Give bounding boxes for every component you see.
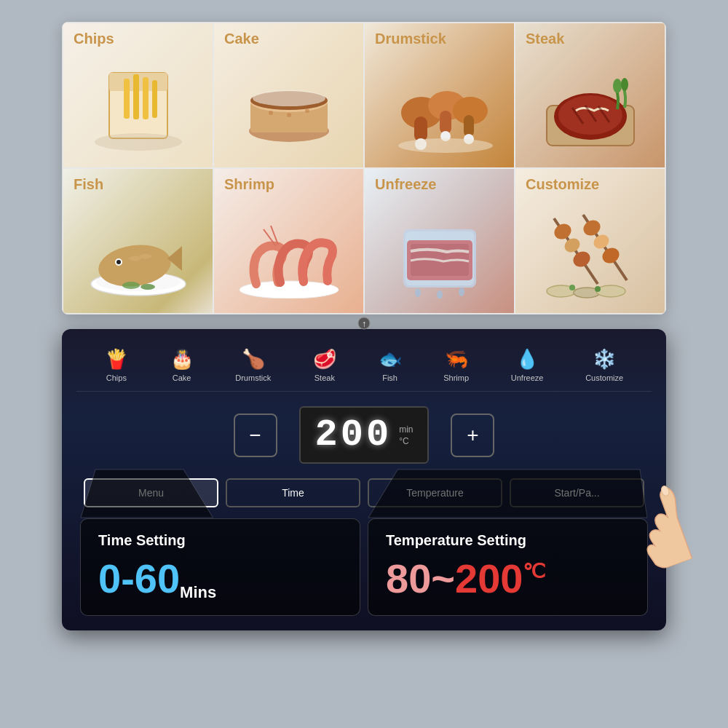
svg-point-12 — [269, 111, 273, 115]
svg-point-24 — [398, 138, 493, 153]
svg-point-53 — [561, 236, 582, 256]
svg-rect-16 — [414, 116, 427, 142]
food-label-steak: Steak — [526, 31, 564, 47]
food-item-customize[interactable]: Customize — [515, 168, 665, 314]
svg-point-27 — [558, 95, 622, 135]
food-label-fish: Fish — [74, 176, 103, 193]
mode-drumstick[interactable]: 🍗 Drumstick — [235, 348, 271, 382]
shrimp-mode-label: Shrimp — [443, 373, 469, 382]
svg-rect-19 — [440, 111, 451, 134]
temperature-setting-value: 80~200℃ — [386, 555, 630, 602]
svg-point-49 — [437, 290, 443, 298]
temperature-setting-title: Temperature Setting — [386, 532, 630, 549]
unit-temp: °C — [399, 436, 413, 446]
svg-point-39 — [141, 284, 155, 290]
food-grid-panel: Chips Cake — [62, 22, 666, 314]
cake-icon: 🎂 — [170, 348, 194, 371]
temp-range-start: 80 — [386, 555, 431, 601]
control-panel: 🍟 Chips 🎂 Cake 🍗 Drumstick 🥩 Steak 🐟 Fis… — [62, 329, 666, 630]
svg-point-31 — [613, 79, 622, 93]
steak-mode-label: Steak — [314, 373, 335, 382]
mode-chips[interactable]: 🍟 Chips — [105, 348, 128, 382]
food-label-drumstick: Drumstick — [375, 31, 446, 47]
food-label-chips: Chips — [74, 31, 114, 47]
mode-unfreeze[interactable]: 💧 Unfreeze — [511, 348, 544, 382]
food-image-steak — [515, 44, 665, 167]
food-item-fish[interactable]: Fish — [63, 168, 213, 314]
food-label-cake: Cake — [224, 31, 259, 47]
bottom-info-row: Time Setting 0-60Mins Temperature Settin… — [76, 518, 652, 616]
temp-unit: ℃ — [523, 560, 545, 582]
food-item-cake[interactable]: Cake — [213, 23, 364, 168]
time-unit: Mins — [180, 583, 216, 601]
svg-point-48 — [415, 288, 421, 297]
start-pause-button[interactable]: Start/Pa... — [510, 478, 644, 507]
svg-point-14 — [305, 108, 309, 113]
food-item-steak[interactable]: Steak — [515, 23, 665, 168]
temp-range-end: 200 — [455, 555, 523, 601]
temperature-display: 200 — [315, 414, 392, 456]
mode-customize[interactable]: ❄️ Customize — [585, 348, 623, 382]
fish-mode-label: Fish — [382, 373, 397, 382]
food-item-drumstick[interactable]: Drumstick — [364, 23, 515, 168]
unfreeze-mode-label: Unfreeze — [511, 373, 544, 382]
chips-icon: 🍟 — [105, 348, 128, 371]
food-image-unfreeze — [365, 189, 514, 313]
customize-icon: ❄️ — [593, 348, 616, 371]
drumstick-mode-label: Drumstick — [235, 373, 271, 382]
time-setting-title: Time Setting — [98, 532, 342, 549]
svg-rect-2 — [124, 79, 130, 119]
svg-rect-4 — [143, 77, 149, 119]
display-units: min °C — [399, 424, 413, 446]
mode-fish[interactable]: 🐟 Fish — [379, 348, 402, 382]
svg-rect-5 — [152, 80, 157, 118]
main-container: Chips Cake — [51, 22, 677, 706]
minus-button[interactable]: − — [234, 414, 277, 457]
chips-mode-label: Chips — [106, 373, 127, 382]
svg-rect-3 — [133, 74, 139, 119]
mode-icons-row: 🍟 Chips 🎂 Cake 🍗 Drumstick 🥩 Steak 🐟 Fis… — [76, 342, 652, 392]
time-range-start: 0 — [98, 555, 121, 601]
temperature-button[interactable]: Temperature — [368, 478, 502, 507]
mode-steak[interactable]: 🥩 Steak — [313, 348, 336, 382]
plus-button[interactable]: + — [451, 414, 494, 457]
food-image-cake — [214, 44, 363, 167]
control-buttons-row: Menu Time Temperature Start/Pa... — [76, 478, 652, 507]
menu-button[interactable]: Menu — [84, 478, 218, 507]
time-range-end: 60 — [135, 555, 180, 601]
food-image-drumstick — [365, 44, 514, 167]
mode-cake[interactable]: 🎂 Cake — [170, 348, 194, 382]
svg-point-37 — [116, 260, 121, 264]
food-image-chips — [63, 44, 213, 167]
svg-rect-22 — [464, 115, 474, 137]
svg-point-13 — [287, 113, 291, 117]
food-item-chips[interactable]: Chips — [63, 23, 213, 168]
unit-min: min — [399, 424, 413, 435]
unfreeze-icon: 💧 — [515, 348, 539, 371]
food-label-customize: Customize — [526, 176, 599, 193]
temperature-setting-box: Temperature Setting 80~200℃ — [368, 518, 648, 616]
svg-point-62 — [569, 285, 575, 290]
time-setting-value: 0-60Mins — [98, 555, 342, 602]
svg-point-6 — [95, 133, 182, 151]
svg-point-38 — [122, 282, 140, 289]
drumstick-icon: 🍗 — [242, 348, 265, 371]
steak-icon: 🥩 — [313, 348, 336, 371]
svg-rect-47 — [403, 229, 476, 288]
display-row: − 200 min °C + — [76, 392, 652, 478]
food-image-customize — [515, 189, 665, 313]
time-button[interactable]: Time — [226, 478, 360, 507]
food-label-shrimp: Shrimp — [224, 176, 274, 193]
svg-point-63 — [595, 286, 601, 292]
svg-point-11 — [253, 90, 325, 106]
svg-point-57 — [590, 232, 611, 252]
mode-shrimp[interactable]: 🦐 Shrimp — [443, 348, 469, 382]
food-image-fish — [63, 189, 213, 313]
cake-mode-label: Cake — [173, 373, 191, 382]
food-item-unfreeze[interactable]: Unfreeze — [364, 168, 515, 314]
food-label-unfreeze: Unfreeze — [375, 176, 436, 193]
shrimp-icon: 🦐 — [445, 348, 468, 371]
svg-point-32 — [621, 78, 628, 91]
food-image-shrimp — [214, 189, 363, 313]
food-item-shrimp[interactable]: Shrimp — [213, 168, 364, 314]
